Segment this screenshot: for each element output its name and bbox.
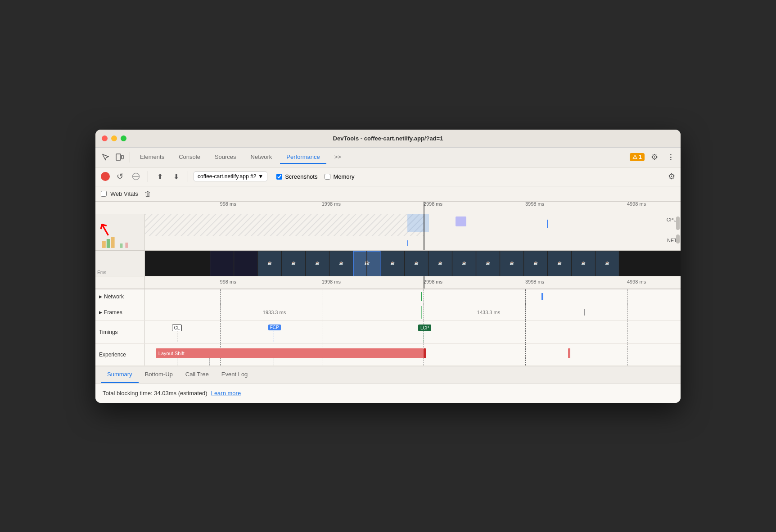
- download-icon[interactable]: ⬇: [170, 170, 182, 183]
- network-row: ▶ Network: [95, 289, 681, 304]
- net-label: NET: [667, 238, 677, 243]
- timings-dashed-4: [525, 321, 526, 343]
- scrollbar-v-2[interactable]: [676, 234, 680, 243]
- layout-shift-bar[interactable]: Layout Shift: [156, 348, 424, 358]
- lower-ruler-1998: 1998 ms: [322, 279, 341, 284]
- lower-ruler-998: 998 ms: [220, 279, 236, 284]
- screenshots-label-left: Ems: [95, 251, 145, 276]
- svg-text:☕: ☕: [339, 261, 343, 265]
- more-icon[interactable]: ⋮: [664, 151, 677, 163]
- network-bar-2: [541, 293, 543, 300]
- svg-rect-0: [116, 154, 121, 160]
- trash-icon[interactable]: 🗑: [144, 190, 151, 198]
- timing-fcp-marker: FCP: [268, 325, 281, 330]
- svg-rect-10: [145, 214, 424, 236]
- minimize-button[interactable]: [111, 135, 117, 141]
- tab-call-tree[interactable]: Call Tree: [179, 366, 215, 383]
- timings-dashed-5: [627, 321, 627, 343]
- cancel-icon[interactable]: [130, 170, 142, 183]
- separator-1: [130, 152, 130, 162]
- close-button[interactable]: [102, 135, 108, 141]
- profile-selector[interactable]: coffee-cart.netlify.app #2 ▼: [194, 171, 267, 181]
- tab-summary[interactable]: Summary: [101, 366, 139, 383]
- dashed-v-4: [525, 289, 526, 304]
- svg-text:☕: ☕: [486, 261, 490, 265]
- memory-label: Memory: [333, 173, 354, 180]
- webvitals-bar: Web Vitals 🗑: [95, 186, 681, 202]
- memory-group: Memory: [325, 173, 354, 180]
- titlebar: DevTools - coffee-cart.netlify.app/?ad=1: [95, 130, 681, 148]
- warning-count: 1: [639, 154, 642, 160]
- screenshots-group: Screenshots: [276, 173, 317, 180]
- tab-console[interactable]: Console: [172, 151, 207, 164]
- tab-performance[interactable]: Performance: [280, 151, 326, 164]
- window-title: DevTools - coffee-cart.netlify.app/?ad=1: [333, 135, 443, 142]
- settings-icon[interactable]: ⚙: [648, 151, 661, 163]
- device-toggle-icon[interactable]: [113, 151, 126, 163]
- frames-dashed-5: [627, 304, 627, 320]
- timings-label[interactable]: Timings: [95, 321, 145, 343]
- svg-text:☕: ☕: [605, 261, 609, 265]
- svg-rect-8: [125, 242, 128, 248]
- lcp-dashed-line: [424, 331, 424, 342]
- svg-rect-6: [111, 237, 115, 248]
- profile-name: coffee-cart.netlify.app #2: [198, 173, 256, 180]
- svg-text:☕: ☕: [438, 261, 442, 265]
- experience-label[interactable]: Experience: [95, 344, 145, 365]
- svg-rect-7: [120, 243, 123, 248]
- layout-shift-end: [424, 348, 426, 358]
- layout-shift-label: Layout Shift: [158, 351, 185, 356]
- svg-rect-4: [102, 241, 106, 248]
- warning-icon: ⚠: [632, 154, 637, 160]
- tab-event-log[interactable]: Event Log: [215, 366, 254, 383]
- network-label-text: Network: [104, 293, 124, 300]
- svg-text:☕: ☕: [315, 261, 320, 265]
- exp-dashed-5: [627, 344, 627, 365]
- devtools-window: DevTools - coffee-cart.netlify.app/?ad=1…: [95, 130, 681, 403]
- frames-bar-2: [584, 309, 585, 316]
- frames-row: ▶ Frames 1933.3 ms 1433.3 ms: [95, 304, 681, 321]
- frames-dashed-1: [220, 304, 221, 320]
- cursor-line-overview: [424, 214, 424, 250]
- inspect-icon[interactable]: [99, 151, 112, 163]
- network-label[interactable]: ▶ Network: [95, 289, 145, 304]
- screenshots-checkbox[interactable]: [276, 174, 282, 180]
- svg-text:☕: ☕: [462, 261, 466, 265]
- hatch-region: [145, 214, 424, 236]
- perf-settings-icon[interactable]: ⚙: [668, 171, 675, 181]
- tab-elements[interactable]: Elements: [134, 151, 171, 164]
- lower-ruler-3998: 3998 ms: [525, 279, 544, 284]
- exp-dashed-4: [525, 344, 526, 365]
- tab-sources[interactable]: Sources: [208, 151, 243, 164]
- ruler-mark-998: 998 ms: [220, 202, 236, 207]
- network-expand-icon: ▶: [99, 294, 102, 299]
- svg-rect-11: [210, 251, 234, 276]
- main-toolbar: Elements Console Sources Network Perform…: [95, 148, 681, 167]
- exp-line-1: [177, 358, 177, 365]
- dashed-v-2: [322, 289, 322, 304]
- warning-badge[interactable]: ⚠ 1: [630, 153, 645, 161]
- timing-lcp-marker: LCP: [418, 325, 431, 331]
- record-button[interactable]: [101, 172, 110, 181]
- timings-label-text: Timings: [99, 329, 118, 335]
- tab-bottom-up[interactable]: Bottom-Up: [139, 366, 179, 383]
- timings-content: CL FCP LCP: [145, 321, 681, 343]
- scrollbar-v-1[interactable]: [676, 216, 680, 230]
- detail-area: ▶ Network ▶ Frames: [95, 289, 681, 366]
- memory-checkbox[interactable]: [325, 174, 330, 180]
- upload-icon[interactable]: ⬆: [153, 170, 166, 183]
- learn-more-link[interactable]: Learn more: [211, 390, 241, 397]
- tab-overflow[interactable]: >>: [328, 151, 347, 164]
- reload-icon[interactable]: ↺: [113, 170, 126, 183]
- bottom-tabs: Summary Bottom-Up Call Tree Event Log: [95, 366, 681, 383]
- frames-dashed-3: [424, 304, 424, 320]
- webvitals-checkbox[interactable]: [101, 191, 107, 197]
- frames-label[interactable]: ▶ Frames: [95, 304, 145, 320]
- record-toolbar: ↺ ⬆ ⬇ coffee-cart.netlify.app #2 ▼ Scree…: [95, 167, 681, 186]
- cpu-spike: [407, 214, 429, 232]
- dashed-v-3: [424, 289, 424, 304]
- traffic-lights: [102, 135, 126, 141]
- maximize-button[interactable]: [121, 135, 126, 141]
- svg-text:☕: ☕: [414, 261, 419, 265]
- tab-network[interactable]: Network: [244, 151, 279, 164]
